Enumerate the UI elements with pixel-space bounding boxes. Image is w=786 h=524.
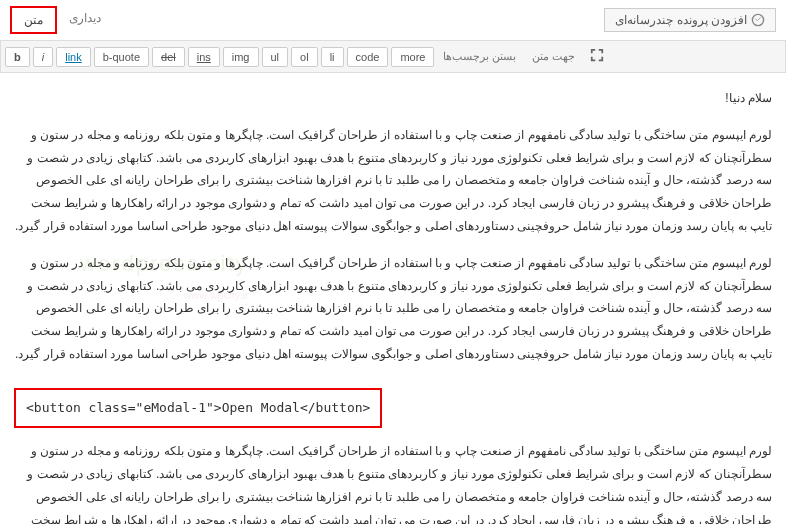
editor-toolbar: b i link b-quote del ins img ul ol li co… bbox=[0, 40, 786, 73]
modal-button-code: <button class="eModal-1">Open Modal</but… bbox=[14, 388, 382, 429]
htmltag-code[interactable]: code bbox=[347, 47, 389, 67]
htmltag-b[interactable]: b bbox=[5, 47, 30, 67]
htmltag-del[interactable]: del bbox=[152, 47, 185, 67]
close-tags-label[interactable]: بستن برچسب‌ها bbox=[443, 50, 516, 63]
htmltag-ol[interactable]: ol bbox=[291, 47, 318, 67]
htmltag-img[interactable]: img bbox=[223, 47, 259, 67]
paragraph-2: لورم ایپسوم متن ساختگی با تولید سادگی نا… bbox=[14, 252, 772, 366]
tab-visual[interactable]: دیداری bbox=[57, 6, 113, 34]
htmltag-li[interactable]: li bbox=[321, 47, 344, 67]
fullscreen-toggle[interactable] bbox=[584, 45, 610, 68]
fullscreen-icon bbox=[590, 48, 604, 62]
media-icon bbox=[751, 13, 765, 27]
editor-topbar: افزودن پرونده چندرسانه‌ای دیداری متن bbox=[0, 0, 786, 40]
tab-text[interactable]: متن bbox=[10, 6, 57, 34]
text-editor-area[interactable]: wordpress city www.wpcity.ir سلام دنیا! … bbox=[0, 73, 786, 524]
htmltag-more[interactable]: more bbox=[391, 47, 434, 67]
greeting-text: سلام دنیا! bbox=[14, 87, 772, 110]
htmltag-ul[interactable]: ul bbox=[262, 47, 289, 67]
htmltag-i[interactable]: i bbox=[33, 47, 53, 67]
htmltag-link[interactable]: link bbox=[56, 47, 91, 67]
paragraph-3: لورم ایپسوم متن ساختگی با تولید سادگی نا… bbox=[14, 440, 772, 524]
htmltag-bquote[interactable]: b-quote bbox=[94, 47, 149, 67]
htmltag-ins[interactable]: ins bbox=[188, 47, 220, 67]
paragraph-1: لورم ایپسوم متن ساختگی با تولید سادگی نا… bbox=[14, 124, 772, 238]
add-media-label: افزودن پرونده چندرسانه‌ای bbox=[615, 13, 747, 27]
text-direction-label[interactable]: جهت متن bbox=[532, 50, 575, 63]
editor-tabs: دیداری متن bbox=[10, 6, 113, 34]
add-media-button[interactable]: افزودن پرونده چندرسانه‌ای bbox=[604, 8, 776, 32]
